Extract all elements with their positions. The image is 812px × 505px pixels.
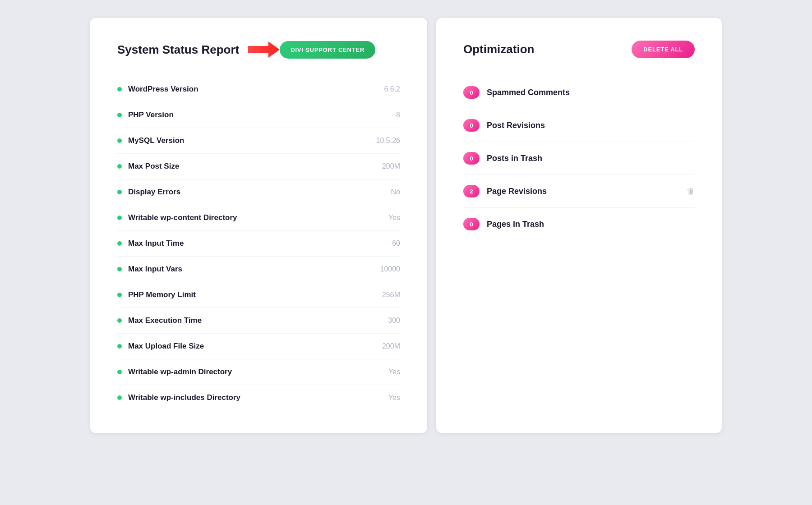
status-label: MySQL Version [117, 136, 184, 145]
status-item: PHP Memory Limit 256M [117, 282, 400, 308]
status-item-label: Max Input Time [128, 239, 184, 248]
status-item: Max Post Size 200M [117, 154, 400, 179]
right-header: Optimization DELETE ALL [463, 41, 695, 58]
status-label: PHP Memory Limit [117, 290, 196, 299]
status-dot [117, 241, 122, 246]
status-item-value: Yes [388, 368, 400, 376]
status-dot [117, 190, 122, 194]
optimization-item: 0 Spammed Comments [463, 76, 695, 109]
status-item-label: Max Upload File Size [128, 342, 204, 351]
status-label: Max Execution Time [117, 316, 202, 325]
count-badge: 0 [463, 119, 480, 132]
status-dot [117, 113, 122, 117]
status-item: MySQL Version 10.5.26 [117, 128, 400, 154]
count-badge: 0 [463, 218, 480, 230]
status-label: Writable wp-admin Directory [117, 367, 232, 376]
status-item: Writable wp-includes Directory Yes [117, 385, 400, 410]
status-item-label: MySQL Version [128, 136, 184, 145]
status-dot [117, 395, 122, 400]
trash-icon[interactable]: 🗑 [687, 187, 695, 196]
status-item-label: Writable wp-includes Directory [128, 393, 240, 402]
status-label: Max Input Vars [117, 265, 182, 274]
status-item-value: 8 [396, 111, 400, 119]
status-item-value: Yes [388, 214, 400, 222]
status-dot [117, 344, 122, 349]
status-label: PHP Version [117, 110, 174, 119]
status-list: WordPress Version 6.6.2 PHP Version 8 My… [117, 77, 400, 410]
arrow-button-wrapper: DIVI SUPPORT CENTER [248, 41, 375, 59]
status-item-value: 200M [382, 342, 400, 350]
status-item-label: PHP Version [128, 110, 174, 119]
status-item-value: 300 [388, 317, 400, 325]
status-item: Max Input Time 60 [117, 231, 400, 257]
status-item: PHP Version 8 [117, 102, 400, 128]
status-item-label: Writable wp-content Directory [128, 213, 237, 222]
divi-support-center-button[interactable]: DIVI SUPPORT CENTER [280, 41, 375, 59]
page-container: System Status Report DIVI SUPPORT CENTER [90, 18, 722, 433]
status-item-label: PHP Memory Limit [128, 290, 196, 299]
status-label: Max Upload File Size [117, 342, 204, 351]
status-item-value: 10000 [380, 265, 401, 273]
svg-marker-0 [248, 41, 280, 58]
status-item-value: 256M [382, 291, 400, 299]
status-item: WordPress Version 6.6.2 [117, 77, 400, 102]
status-dot [117, 267, 122, 271]
status-item-value: 10.5.26 [376, 137, 400, 145]
optimization-item-label: Spammed Comments [487, 88, 695, 97]
status-label: Writable wp-includes Directory [117, 393, 240, 402]
count-badge: 0 [463, 152, 480, 165]
status-item-label: Writable wp-admin Directory [128, 367, 232, 376]
optimization-item: 2 Page Revisions 🗑 [463, 175, 695, 208]
status-label: Display Errors [117, 188, 180, 197]
status-item: Display Errors No [117, 179, 400, 205]
arrow-icon [248, 41, 280, 59]
status-item: Max Upload File Size 200M [117, 334, 400, 359]
left-header: System Status Report DIVI SUPPORT CENTER [117, 41, 400, 59]
status-dot [117, 293, 122, 297]
status-item-label: Max Execution Time [128, 316, 202, 325]
system-status-title: System Status Report [117, 43, 239, 57]
status-dot [117, 164, 122, 169]
status-dot [117, 318, 122, 323]
status-dot [117, 138, 122, 143]
system-status-card: System Status Report DIVI SUPPORT CENTER [90, 18, 427, 433]
status-item-value: No [391, 188, 400, 196]
count-badge: 2 [463, 185, 480, 197]
status-item-label: Max Post Size [128, 162, 179, 171]
optimization-item-label: Post Revisions [487, 121, 695, 130]
optimization-item-label: Page Revisions [487, 187, 679, 196]
count-badge: 0 [463, 86, 480, 99]
status-label: Max Input Time [117, 239, 184, 248]
status-label: WordPress Version [117, 85, 198, 94]
status-item-label: WordPress Version [128, 85, 198, 94]
status-dot [117, 87, 122, 92]
status-item-label: Max Input Vars [128, 265, 182, 274]
status-label: Writable wp-content Directory [117, 213, 237, 222]
optimization-item: 0 Posts in Trash [463, 142, 695, 175]
status-item-value: 6.6.2 [384, 85, 400, 93]
status-item: Max Input Vars 10000 [117, 257, 400, 282]
status-dot [117, 216, 122, 220]
status-item-label: Display Errors [128, 188, 180, 197]
optimization-title: Optimization [463, 42, 534, 56]
status-label: Max Post Size [117, 162, 179, 171]
optimization-item-label: Pages in Trash [487, 220, 695, 229]
optimization-item: 0 Post Revisions [463, 109, 695, 142]
status-item: Writable wp-content Directory Yes [117, 205, 400, 231]
status-item-value: 200M [382, 162, 400, 170]
status-dot [117, 370, 122, 374]
optimization-item-label: Posts in Trash [487, 154, 695, 163]
status-item: Writable wp-admin Directory Yes [117, 359, 400, 385]
status-item-value: 60 [392, 239, 400, 248]
optimization-list: 0 Spammed Comments 0 Post Revisions 0 Po… [463, 76, 695, 240]
optimization-card: Optimization DELETE ALL 0 Spammed Commen… [436, 18, 722, 433]
optimization-item: 0 Pages in Trash [463, 208, 695, 240]
status-item: Max Execution Time 300 [117, 308, 400, 334]
delete-all-button[interactable]: DELETE ALL [632, 41, 695, 58]
status-item-value: Yes [388, 394, 400, 402]
